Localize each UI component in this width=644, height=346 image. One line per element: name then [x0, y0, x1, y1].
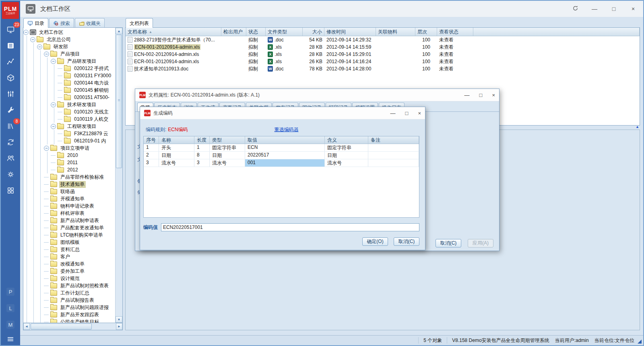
- scroll-right-icon[interactable]: ►: [116, 323, 122, 330]
- column-header-4[interactable]: 文件类型: [266, 28, 303, 36]
- apply-button[interactable]: 应用(A): [468, 239, 493, 247]
- code-cell[interactable]: 固定字符串: [325, 144, 368, 151]
- tree-item[interactable]: −文档工作区: [23, 29, 115, 36]
- column-header-1[interactable]: 文档名称▲: [126, 28, 221, 36]
- tree-item[interactable]: 0200131 FY3000: [23, 72, 115, 79]
- sidebar-item-wrench[interactable]: [5, 105, 16, 115]
- maximize-button[interactable]: □: [405, 110, 409, 116]
- tab-搜索[interactable]: 搜索: [49, 18, 74, 28]
- tree-item[interactable]: 新产品试制对照检查表: [23, 282, 115, 289]
- tree-item[interactable]: −工程研发项目: [23, 123, 115, 130]
- tree-collapse-icon[interactable]: −: [44, 51, 49, 57]
- tree-item[interactable]: 联络函: [23, 188, 115, 195]
- splitter-collapse-icon[interactable]: ▲: [636, 125, 639, 129]
- code-cell[interactable]: [368, 144, 419, 151]
- code-cell[interactable]: 20220517: [245, 152, 325, 159]
- code-cell[interactable]: 001: [245, 159, 325, 167]
- tab-收藏夹[interactable]: 收藏夹: [75, 18, 105, 28]
- tree-collapse-icon[interactable]: −: [51, 59, 56, 64]
- code-cell[interactable]: 8: [194, 152, 210, 159]
- code-cell[interactable]: 日期: [325, 152, 368, 159]
- tree-collapse-icon[interactable]: −: [44, 146, 49, 151]
- code-column-header-2[interactable]: 名称: [159, 136, 194, 144]
- code-table-row[interactable]: 3流水号3流水号001流水号: [144, 159, 419, 167]
- tree-item[interactable]: 工作计划汇总: [23, 289, 115, 297]
- sidebar-item-documents[interactable]: [5, 41, 16, 50]
- code-cell[interactable]: 流水号: [325, 159, 368, 167]
- tree-item[interactable]: −产品项目: [23, 50, 115, 58]
- tree-item[interactable]: 0200145 解锁钥: [23, 86, 115, 94]
- scrollbar-thumb[interactable]: [31, 323, 92, 330]
- tree-item[interactable]: 产品试制报告表: [23, 297, 115, 304]
- tree-collapse-icon[interactable]: −: [30, 37, 35, 42]
- hamburger-menu-icon[interactable]: [8, 337, 13, 341]
- tree-item[interactable]: −研发部: [23, 43, 115, 50]
- scroll-up-icon[interactable]: ▲: [116, 28, 122, 34]
- tree-collapse-icon[interactable]: −: [23, 30, 29, 35]
- tree-horizontal-scrollbar[interactable]: ◄ ►: [23, 323, 123, 330]
- sidebar-item-grid[interactable]: [5, 185, 16, 195]
- tree-item[interactable]: 新产品试制问题跟进报: [23, 304, 115, 311]
- tree-item[interactable]: 资料汇总: [23, 246, 115, 253]
- code-cell[interactable]: [368, 159, 419, 167]
- tree-collapse-icon[interactable]: −: [51, 124, 56, 129]
- scrollbar-thumb[interactable]: [116, 35, 122, 168]
- reselect-coder-link[interactable]: 重选编码器: [275, 126, 299, 133]
- tree-item[interactable]: F3KZ128879 云: [23, 130, 115, 137]
- code-column-header-6[interactable]: 含义: [325, 136, 368, 144]
- tab-目录[interactable]: 目录: [23, 18, 48, 28]
- column-header-7[interactable]: 关联物料: [376, 28, 415, 36]
- code-value-input[interactable]: [161, 223, 419, 231]
- column-header-8[interactable]: 层次: [415, 28, 437, 36]
- sidebar-item-trend-chart[interactable]: [5, 57, 16, 66]
- tree-item[interactable]: 0100119 人机交: [23, 115, 115, 123]
- tree-item[interactable]: 0200122 手持式: [23, 65, 115, 72]
- tree-item[interactable]: 开模通知单: [23, 195, 115, 202]
- tree-item[interactable]: 技术通知单: [23, 181, 115, 188]
- sidebar-item-gear[interactable]: [5, 169, 16, 179]
- tree-item[interactable]: 图纸模板: [23, 239, 115, 246]
- table-row[interactable]: 技术通知单20110913.doc拟制W.doc78 KB2012-09-14 …: [126, 65, 640, 72]
- tree-item[interactable]: 客户: [23, 253, 115, 260]
- code-column-header-7[interactable]: 备注: [368, 136, 419, 144]
- close-button[interactable]: ×: [629, 6, 638, 12]
- refresh-icon[interactable]: [571, 5, 580, 12]
- sidebar-letter-p[interactable]: P: [6, 288, 14, 296]
- tree-item[interactable]: 0200144 电力设: [23, 79, 115, 86]
- tree-item[interactable]: 设计规范: [23, 275, 115, 282]
- sidebar-letter-l[interactable]: L: [6, 304, 14, 312]
- tree-item[interactable]: −技术研发项目: [23, 101, 115, 108]
- tree-collapse-icon[interactable]: −: [51, 102, 56, 107]
- cancel-button[interactable]: 取消(C): [436, 239, 461, 247]
- tree-item[interactable]: 新产品试制申请表: [23, 217, 115, 224]
- sidebar-item-books[interactable]: 8: [5, 121, 16, 131]
- plm-logo[interactable]: PLM 三品软件: [2, 2, 19, 19]
- scroll-left-icon[interactable]: ◄: [23, 323, 30, 330]
- sidebar-item-sync[interactable]: [5, 137, 16, 147]
- code-column-header-5[interactable]: 取值: [245, 136, 325, 144]
- code-cell[interactable]: 流水号: [210, 159, 245, 167]
- code-cell[interactable]: 1: [194, 144, 210, 151]
- sidebar-item-sliders[interactable]: [5, 89, 16, 99]
- table-row[interactable]: 2883-2719暂停生产技术通知单（70...拟制W.doc54 KB2012…: [126, 36, 640, 43]
- tree-item[interactable]: LTC物料购买申请单: [23, 231, 115, 239]
- code-cell[interactable]: [368, 152, 419, 159]
- code-cell[interactable]: ECN: [245, 144, 325, 151]
- code-cell[interactable]: 3: [144, 159, 159, 167]
- code-cell[interactable]: 固定字符串: [210, 144, 245, 151]
- tree-vertical-scrollbar[interactable]: ▲ ▼: [115, 28, 122, 323]
- tree-item[interactable]: 0200151 AT500-: [23, 94, 115, 101]
- sidebar-letter-m[interactable]: M: [6, 321, 14, 329]
- tree-item[interactable]: −北京总公司: [23, 36, 115, 43]
- minimize-button[interactable]: —: [464, 92, 470, 98]
- tree-item[interactable]: 2010: [23, 152, 115, 159]
- code-cell[interactable]: 2: [144, 152, 159, 159]
- code-cell[interactable]: 开头: [159, 144, 194, 151]
- column-header-9[interactable]: 查看状态: [437, 28, 473, 36]
- tree-item[interactable]: 公司生产销售目标: [23, 318, 115, 323]
- column-header-2[interactable]: 检出用户: [221, 28, 246, 36]
- tree-item[interactable]: 2012: [23, 166, 115, 173]
- code-cell[interactable]: 流水号: [159, 159, 194, 167]
- code-cell[interactable]: 3: [194, 159, 210, 167]
- column-header-6[interactable]: 修改时间: [324, 28, 376, 36]
